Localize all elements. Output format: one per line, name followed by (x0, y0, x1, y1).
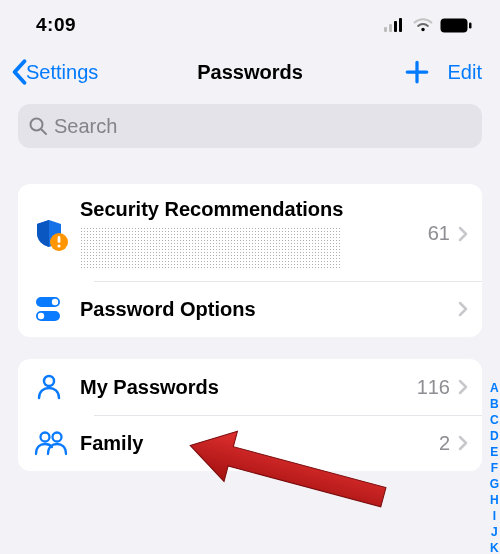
battery-icon (440, 18, 472, 33)
search-input[interactable]: Search (18, 104, 482, 148)
status-icons (384, 18, 472, 33)
cellular-icon (384, 18, 406, 32)
wifi-icon (413, 18, 433, 32)
section-recommendations: Security Recommendations 61 Password Opt… (18, 184, 482, 337)
index-letter[interactable]: J (491, 524, 498, 540)
index-letter[interactable]: G (490, 476, 499, 492)
row-family[interactable]: Family 2 (18, 415, 482, 471)
svg-point-11 (52, 299, 58, 305)
edit-button[interactable]: Edit (448, 61, 482, 84)
people-icon (34, 428, 80, 458)
index-letter[interactable]: D (490, 428, 499, 444)
add-button[interactable] (404, 59, 430, 85)
count-badge: 61 (428, 222, 450, 245)
svg-point-15 (41, 433, 50, 442)
index-letter[interactable]: K (490, 540, 499, 554)
chevron-right-icon (458, 301, 468, 317)
svg-point-9 (57, 244, 60, 247)
index-letter[interactable]: H (490, 492, 499, 508)
svg-rect-2 (394, 21, 397, 32)
svg-rect-1 (389, 24, 392, 32)
row-password-options[interactable]: Password Options (18, 281, 482, 337)
svg-point-16 (53, 433, 62, 442)
index-letter[interactable]: C (490, 412, 499, 428)
svg-rect-0 (384, 27, 387, 32)
shield-warning-icon (34, 216, 80, 252)
svg-rect-8 (58, 236, 61, 243)
chevron-right-icon (458, 435, 468, 451)
back-button[interactable]: Settings (10, 59, 98, 85)
row-my-passwords[interactable]: My Passwords 116 (18, 359, 482, 415)
row-title: Security Recommendations (80, 198, 428, 221)
index-letter[interactable]: F (491, 460, 498, 476)
search-icon (28, 116, 48, 136)
status-bar: 4:09 (0, 0, 500, 50)
svg-point-14 (44, 376, 54, 386)
search-placeholder: Search (54, 115, 117, 138)
chevron-right-icon (458, 226, 468, 242)
count-badge: 2 (439, 432, 450, 455)
svg-point-13 (38, 313, 44, 319)
svg-rect-3 (399, 18, 402, 32)
svg-point-6 (31, 119, 43, 131)
section-groups: My Passwords 116 Family 2 (18, 359, 482, 471)
index-letter[interactable]: I (493, 508, 496, 524)
page-title: Passwords (197, 61, 303, 84)
back-label: Settings (26, 61, 98, 84)
row-subtitle-redacted (80, 227, 340, 269)
index-letter[interactable]: B (490, 396, 499, 412)
svg-rect-4 (441, 18, 468, 32)
row-title: Family (80, 432, 439, 455)
index-rail[interactable]: ABCDEFGHIJK (490, 380, 499, 554)
index-letter[interactable]: E (490, 444, 498, 460)
index-letter[interactable]: A (490, 380, 499, 396)
svg-rect-5 (469, 22, 472, 28)
status-time: 4:09 (36, 14, 76, 36)
count-badge: 116 (417, 376, 450, 399)
chevron-right-icon (458, 379, 468, 395)
row-title: My Passwords (80, 376, 417, 399)
toggles-icon (34, 295, 80, 323)
search-container: Search (0, 94, 500, 148)
row-security-recommendations[interactable]: Security Recommendations 61 (18, 184, 482, 281)
nav-bar: Settings Passwords Edit (0, 50, 500, 94)
row-title: Password Options (80, 298, 458, 321)
person-icon (34, 372, 80, 402)
